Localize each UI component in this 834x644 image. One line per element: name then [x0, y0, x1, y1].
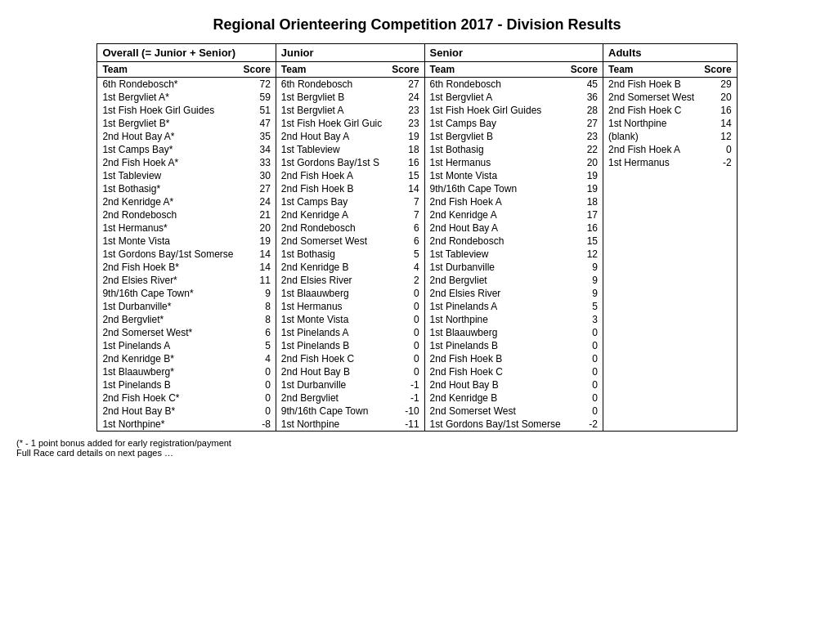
team-score: 20: [239, 221, 276, 235]
team-name: 1st Durbanville: [425, 261, 566, 274]
division-header: Overall (= Junior + Senior): [97, 44, 275, 62]
team-score: 9: [566, 274, 603, 287]
team-score: 14: [699, 117, 736, 130]
team-name: 1st Hermanus*: [97, 221, 238, 235]
team-score: 30: [239, 169, 276, 182]
team-name: 1st Blaauwberg*: [97, 365, 238, 378]
team-name: 1st Fish Hoek Girl Guic: [276, 117, 387, 130]
table-row: 1st Pinelands B0: [425, 339, 603, 352]
table-row: 1st Bothasig5: [276, 248, 424, 261]
team-name: 2nd Fish Hoek B: [425, 352, 566, 365]
team-name: 2nd Fish Hoek A: [603, 143, 699, 156]
team-score: 0: [239, 405, 276, 418]
team-name: 1st Tableview: [425, 248, 566, 261]
table-row: 1st Monte Vista0: [276, 313, 424, 326]
table-row: 1st Pinelands B0: [97, 378, 275, 391]
team-score: 11: [239, 274, 276, 287]
team-score: -2: [699, 156, 736, 169]
team-name: 1st Pinelands A: [425, 300, 566, 313]
team-score: 6: [387, 221, 424, 235]
team-score: 8: [239, 313, 276, 326]
team-name: 6th Rondebosch: [276, 78, 387, 92]
team-name: 1st Pinelands B: [97, 378, 238, 391]
team-score: 7: [387, 195, 424, 208]
table-row: 2nd Hout Bay A19: [276, 130, 424, 143]
team-name: 1st Bergvliet B*: [97, 117, 238, 130]
table-row: 1st Northpine-11: [276, 418, 424, 431]
table-row: 6th Rondebosch45: [425, 78, 603, 92]
team-name: 1st Bothasig: [276, 248, 387, 261]
team-score: 14: [387, 182, 424, 195]
table-row: (blank)12: [603, 130, 737, 143]
team-score: 29: [699, 78, 736, 92]
division-header: Adults: [603, 44, 737, 62]
team-name: 1st Gordons Bay/1st Somerse: [425, 418, 566, 431]
col-team-header: Team: [425, 62, 566, 78]
table-row: 2nd Fish Hoek A0: [603, 143, 737, 156]
team-name: 2nd Hout Bay B: [276, 365, 387, 378]
team-name: 1st Durbanville*: [97, 300, 238, 313]
table-row: 1st Fish Hoek Girl Guic23: [276, 117, 424, 130]
team-name: 2nd Hout Bay B*: [97, 405, 238, 418]
team-name: 9th/16th Cape Town: [425, 182, 566, 195]
table-row: 6th Rondebosch27: [276, 78, 424, 92]
table-row: 1st Bergvliet B24: [276, 91, 424, 104]
team-score: 0: [239, 365, 276, 378]
team-score: 2: [387, 274, 424, 287]
col-score-header: Score: [699, 62, 736, 78]
team-name: 2nd Hout Bay A: [425, 221, 566, 235]
col-team-header: Team: [97, 62, 238, 78]
team-score: 0: [566, 326, 603, 339]
team-name: 2nd Fish Hoek B: [603, 78, 699, 92]
team-name: 2nd Kenridge A: [425, 208, 566, 221]
team-score: 0: [387, 300, 424, 313]
team-score: 6: [387, 235, 424, 248]
table-row: 2nd Bergvliet*8: [97, 313, 275, 326]
team-name: 1st Camps Bay: [276, 195, 387, 208]
team-score: 4: [239, 352, 276, 365]
team-name: 2nd Somerset West: [603, 91, 699, 104]
team-name: 2nd Fish Hoek A: [276, 169, 387, 182]
table-row: 2nd Fish Hoek B29: [603, 78, 737, 92]
team-name: 1st Bothasig*: [97, 182, 238, 195]
team-score: 0: [387, 339, 424, 352]
table-row: 2nd Fish Hoek C*0: [97, 391, 275, 405]
team-name: 1st Northpine: [276, 418, 387, 431]
team-score: 12: [566, 248, 603, 261]
table-row: 1st Tableview30: [97, 169, 275, 182]
table-row: 1st Fish Hoek Girl Guides28: [425, 104, 603, 117]
table-row: 1st Blaauwberg0: [276, 287, 424, 300]
team-name: 6th Rondebosch: [425, 78, 566, 92]
team-score: 23: [566, 130, 603, 143]
col-team-header: Team: [276, 62, 387, 78]
team-score: 17: [566, 208, 603, 221]
team-score: 19: [566, 169, 603, 182]
team-name: 1st Blaauwberg: [276, 287, 387, 300]
team-name: 9th/16th Cape Town*: [97, 287, 238, 300]
team-name: 2nd Fish Hoek A: [425, 195, 566, 208]
team-name: 2nd Kenridge B*: [97, 352, 238, 365]
team-score: 5: [566, 300, 603, 313]
team-score: 47: [239, 117, 276, 130]
team-score: -1: [387, 378, 424, 391]
team-score: 27: [566, 117, 603, 130]
table-row: 1st Northpine3: [425, 313, 603, 326]
team-name: 1st Pinelands B: [425, 339, 566, 352]
team-score: 0: [566, 365, 603, 378]
team-score: 33: [239, 156, 276, 169]
team-score: 0: [387, 365, 424, 378]
team-name: 2nd Somerset West: [276, 235, 387, 248]
team-name: 1st Bothasig: [425, 143, 566, 156]
table-row: 2nd Elsies River*11: [97, 274, 275, 287]
table-row: 9th/16th Cape Town*9: [97, 287, 275, 300]
team-name: 9th/16th Cape Town: [276, 405, 387, 418]
team-score: 51: [239, 104, 276, 117]
table-row: 2nd Hout Bay B*0: [97, 405, 275, 418]
table-row: 2nd Fish Hoek C0: [276, 352, 424, 365]
table-row: 1st Hermanus*20: [97, 221, 275, 235]
table-row: 6th Rondebosch*72: [97, 78, 275, 92]
table-row: 1st Durbanville9: [425, 261, 603, 274]
table-row: 2nd Fish Hoek C16: [603, 104, 737, 117]
table-row: 2nd Hout Bay B0: [276, 365, 424, 378]
table-row: 1st Blaauwberg*0: [97, 365, 275, 378]
